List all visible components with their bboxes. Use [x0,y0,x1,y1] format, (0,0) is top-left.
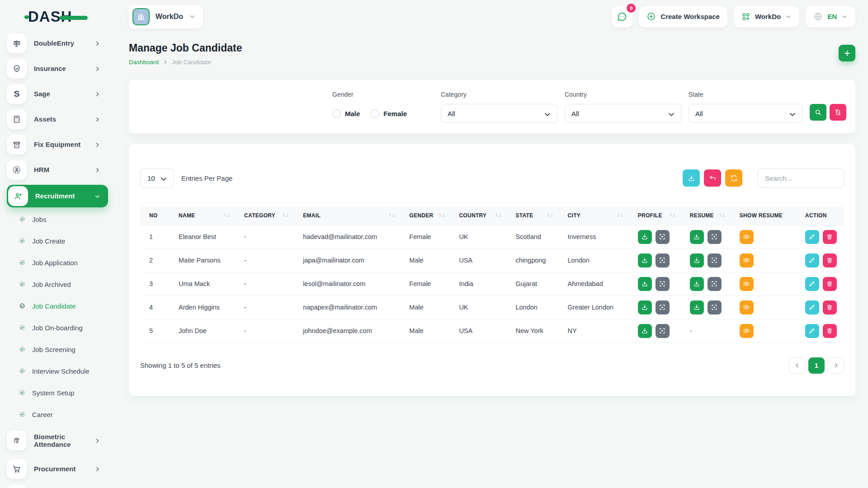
profile-download-button[interactable] [638,253,652,267]
sort-icon[interactable]: ↑↓ [282,213,288,218]
breadcrumb-dashboard-link[interactable]: Dashboard [129,59,159,66]
undo-button[interactable] [704,169,721,187]
sidebar-subitem-job-screening[interactable]: Job Screening [7,338,111,360]
apply-filter-button[interactable] [810,104,826,121]
sidebar-item-recruitment[interactable]: Recruitment [7,185,108,207]
edit-button[interactable] [805,230,819,244]
sidebar-subitem-system-setup[interactable]: System Setup [7,382,111,404]
state-select[interactable]: All [689,104,802,123]
sidebar-item-biometric-attendance[interactable]: Biometric Attendance [7,427,108,454]
next-page-button[interactable] [828,357,844,374]
resume-scan-button[interactable] [708,300,722,314]
edit-button[interactable] [805,300,819,314]
previous-page-button[interactable] [789,357,805,374]
sidebar-item-partial[interactable] [7,484,108,488]
refresh-button[interactable] [725,169,742,187]
profile-scan-button[interactable] [656,253,670,267]
sidebar-subitem-interview-schedule[interactable]: Interview Schedule [7,360,111,382]
sort-icon[interactable]: ↑↓ [718,213,725,218]
sidebar-item-insurance[interactable]: Insurance [7,58,108,79]
chevron-right-icon [94,437,101,444]
workspace-menu-button[interactable]: WorkDo [734,6,799,27]
workspace-selector[interactable]: WorkDo [129,5,203,28]
show-resume-button[interactable] [740,324,754,338]
sidebar-item-hrm[interactable]: HRM [7,160,108,180]
show-resume-button[interactable] [740,253,754,267]
sidebar-subitem-job-create[interactable]: Job Create [7,230,111,252]
language-button[interactable]: EN [806,6,855,27]
fingerprint-icon [7,431,27,450]
delete-button[interactable] [823,277,837,291]
cell-resume: - [681,319,731,343]
table-row: 1 Eleanor Best - hadevad@mailinator.com … [140,225,844,249]
gender-female-option[interactable]: Female [371,109,407,118]
edit-button[interactable] [805,324,819,338]
resume-download-button[interactable] [690,253,704,267]
profile-scan-button[interactable] [656,277,670,291]
resume-download-button[interactable] [690,230,704,244]
create-workspace-button[interactable]: Create Workspace [639,6,727,27]
sort-icon[interactable]: ↑↓ [617,213,623,218]
trash-icon [826,280,833,287]
table-search-input[interactable] [757,168,844,188]
eye-icon [743,304,750,311]
edit-button[interactable] [805,277,819,291]
profile-scan-button[interactable] [656,230,670,244]
entries-per-page-select[interactable]: 10 [140,168,174,188]
page-title: Manage Job Candidate [129,42,242,54]
resume-scan-button[interactable] [708,253,722,267]
sort-icon[interactable]: ↑↓ [669,213,675,218]
category-select[interactable]: All [441,104,557,123]
show-resume-button[interactable] [740,300,754,314]
add-candidate-button[interactable] [839,45,855,61]
sidebar-item-assets[interactable]: Assets [7,109,108,130]
cell-gender: Female [400,272,450,296]
country-label: Country [565,91,681,98]
sidebar-subitem-job-candidate[interactable]: Job Candidate [7,295,111,317]
sidebar-item-fix-equipment[interactable]: Fix Equipment [7,134,108,155]
resume-download-button[interactable] [690,300,704,314]
sort-icon[interactable]: ↑↓ [547,213,553,218]
resume-download-button[interactable] [690,277,704,291]
profile-download-button[interactable] [638,324,652,338]
pencil-icon [808,304,816,311]
sidebar-subitem-jobs[interactable]: Jobs [7,208,111,230]
cell-category: - [235,225,294,249]
sidebar-subitem-career[interactable]: Career [7,404,111,425]
delete-button[interactable] [823,300,837,314]
delete-button[interactable] [823,324,837,338]
messages-button[interactable]: 0 [612,6,632,27]
profile-download-button[interactable] [638,300,652,314]
export-button[interactable] [683,169,700,187]
sort-icon[interactable]: ↑↓ [438,213,445,218]
resume-scan-button[interactable] [708,230,722,244]
cell-profile [629,225,681,249]
country-select[interactable]: All [565,104,681,123]
page-1-button[interactable]: 1 [808,357,825,374]
delete-button[interactable] [823,253,837,267]
edit-button[interactable] [805,253,819,267]
profile-download-button[interactable] [638,230,652,244]
profile-scan-button[interactable] [656,324,670,338]
sort-icon[interactable]: ↑↓ [388,213,395,218]
show-resume-button[interactable] [740,230,754,244]
sidebar-item-procurement[interactable]: Procurement [7,459,108,479]
reset-filter-button[interactable] [830,104,846,121]
download-icon [641,327,648,334]
sidebar-subitem-job-onboarding[interactable]: Job On-boarding [7,317,111,338]
sidebar-item-sage[interactable]: S Sage [7,84,108,104]
gender-male-radio[interactable] [332,109,341,118]
sort-icon[interactable]: ↑↓ [223,213,230,218]
sort-icon[interactable]: ↑↓ [495,213,501,218]
gender-male-option[interactable]: Male [332,109,360,118]
cell-show-resume [731,249,796,272]
gender-female-radio[interactable] [371,109,379,118]
profile-download-button[interactable] [638,277,652,291]
sidebar-item-doubleentry[interactable]: DoubleEntry [7,33,108,54]
sidebar-subitem-job-archived[interactable]: Job Archived [7,273,111,295]
show-resume-button[interactable] [740,277,754,291]
delete-button[interactable] [823,230,837,244]
profile-scan-button[interactable] [656,300,670,314]
sidebar-subitem-job-application[interactable]: Job Application [7,252,111,273]
resume-scan-button[interactable] [708,277,722,291]
